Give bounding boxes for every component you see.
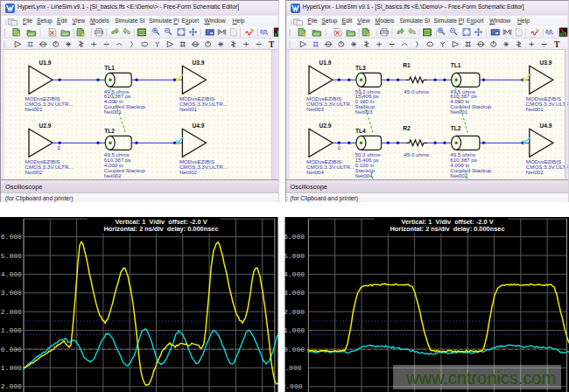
svg-text:Net003: Net003 xyxy=(306,106,325,112)
svg-text:Net002: Net002 xyxy=(25,169,44,175)
svg-text:2.000: 2.000 xyxy=(1,308,22,316)
svg-text:0.000: 0.000 xyxy=(284,346,305,354)
svg-text:5.000: 5.000 xyxy=(284,252,305,260)
svg-text:Net004: Net004 xyxy=(306,169,325,175)
svg-text:45.0 ohms: 45.0 ohms xyxy=(404,151,429,158)
svg-text:U4.9: U4.9 xyxy=(539,122,551,129)
svg-text:6.000: 6.000 xyxy=(284,233,305,241)
svg-text:2.000: 2.000 xyxy=(1,382,22,390)
svg-text:4.000: 4.000 xyxy=(284,270,305,278)
svg-text:2.000: 2.000 xyxy=(284,308,305,316)
svg-text:0: 0 xyxy=(337,144,341,150)
svg-text:1.000: 1.000 xyxy=(1,364,22,372)
svg-text:Horizontal: 2 ns/div delay: 0: Horizontal: 2 ns/div delay: 0.000nsec xyxy=(390,225,504,233)
svg-text:Net002: Net002 xyxy=(179,169,198,175)
svg-text:TL4: TL4 xyxy=(355,128,366,134)
svg-text:1.000: 1.000 xyxy=(284,326,305,334)
svg-text:R1: R1 xyxy=(403,62,411,68)
svg-text:T: T xyxy=(269,40,275,49)
svg-text:0: 0 xyxy=(58,144,61,150)
svg-text:45.0 ohms: 45.0 ohms xyxy=(404,88,429,94)
svg-text:U2.9: U2.9 xyxy=(319,122,331,129)
svg-text:5.000: 5.000 xyxy=(1,252,22,260)
svg-text:U3.9: U3.9 xyxy=(539,60,551,66)
svg-text:Net004: Net004 xyxy=(355,172,373,178)
svg-text:U1.9: U1.9 xyxy=(319,60,331,66)
svg-text:Net001: Net001 xyxy=(179,106,198,112)
svg-text:www.cntronics.com: www.cntronics.com xyxy=(405,368,556,388)
svg-text:Vertical: 1 V/div offset: -2: Vertical: 1 V/div offset: -2.0 V xyxy=(115,218,207,226)
svg-text:Horizontal: 2 ns/div delay: 0: Horizontal: 2 ns/div delay: 0.000nsec xyxy=(103,225,218,233)
svg-text:3.000: 3.000 xyxy=(284,289,305,297)
svg-text:Net002: Net002 xyxy=(525,169,544,175)
svg-text:1.000: 1.000 xyxy=(1,326,22,334)
svg-text:TL1: TL1 xyxy=(104,65,115,71)
svg-text:U2.9: U2.9 xyxy=(39,122,52,129)
svg-text:Vertical: 1 V/div offset: -2: Vertical: 1 V/div offset: -2.0 V xyxy=(401,218,493,226)
svg-text:Net001: Net001 xyxy=(25,106,44,112)
svg-text:TL3: TL3 xyxy=(355,65,366,71)
svg-text:Net001: Net001 xyxy=(525,106,544,112)
svg-text:TL2: TL2 xyxy=(450,125,460,131)
svg-text:3.000: 3.000 xyxy=(1,289,22,297)
svg-text:0.000: 0.000 xyxy=(1,346,22,354)
svg-text:T: T xyxy=(554,40,560,49)
svg-text:.000: .000 xyxy=(284,364,301,372)
svg-text:TL1: TL1 xyxy=(450,62,460,68)
svg-text:Net003: Net003 xyxy=(355,108,373,115)
svg-text:4.000: 4.000 xyxy=(1,270,22,278)
svg-text:R2: R2 xyxy=(403,125,411,131)
svg-text:TL2: TL2 xyxy=(104,128,115,134)
svg-text:2.000: 2.000 xyxy=(281,382,302,390)
svg-text:U1.9: U1.9 xyxy=(39,60,52,66)
svg-text:U4.9: U4.9 xyxy=(193,122,205,129)
svg-text:U3.9: U3.9 xyxy=(193,60,205,66)
svg-text:Net002: Net002 xyxy=(104,172,123,178)
svg-text:6.000: 6.000 xyxy=(1,233,22,241)
svg-text:Net001: Net001 xyxy=(450,108,468,115)
